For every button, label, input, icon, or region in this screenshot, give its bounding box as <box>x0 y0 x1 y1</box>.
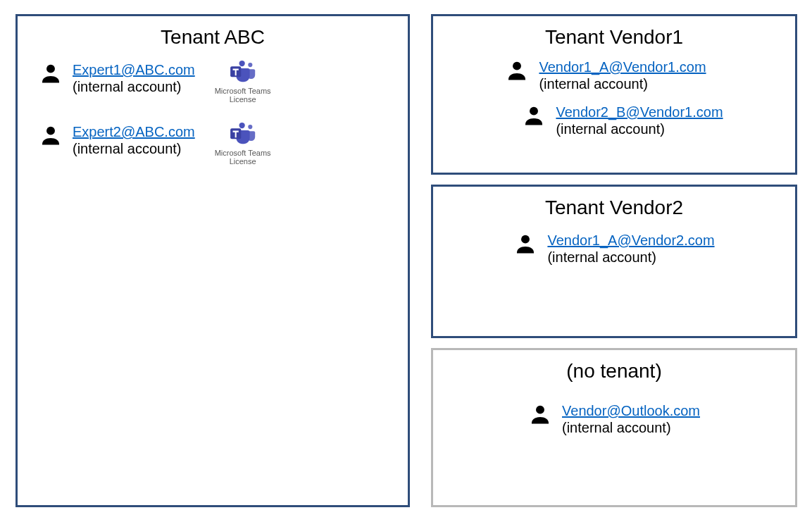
teams-icon <box>227 120 258 146</box>
account-type-label: (internal account) <box>562 419 700 436</box>
teams-license-badge: Microsoft Teams License <box>215 120 271 166</box>
no-tenant-title: (no tenant) <box>433 360 795 383</box>
svg-point-4 <box>46 127 55 135</box>
svg-point-6 <box>248 125 252 129</box>
user-email-link[interactable]: Vendor@Outlook.com <box>562 402 700 419</box>
teams-license-badge: Microsoft Teams License <box>215 58 271 104</box>
user-email-link[interactable]: Vendor1_A@Vendor2.com <box>547 232 714 249</box>
user-row: Vendor1_A@Vendor1.com (internal account) <box>505 58 706 92</box>
person-icon <box>505 58 529 82</box>
svg-point-0 <box>46 65 55 73</box>
person-icon <box>513 232 537 256</box>
tenant-abc-users: Expert1@ABC.com (internal account) Micro… <box>18 61 408 166</box>
diagram-canvas: Tenant ABC Expert1@ABC.com (internal acc… <box>0 0 812 522</box>
tenant-vendor2-title: Tenant Vendor2 <box>433 197 795 219</box>
account-type-label: (internal account) <box>73 140 195 157</box>
svg-point-2 <box>248 63 252 67</box>
account-type-label: (internal account) <box>73 78 195 95</box>
user-email-link[interactable]: Expert2@ABC.com <box>73 123 195 140</box>
user-row: Vendor2_B@Vendor1.com (internal account) <box>522 104 723 137</box>
account-type-label: (internal account) <box>547 249 714 266</box>
svg-point-8 <box>513 62 521 70</box>
person-icon <box>39 123 63 147</box>
svg-point-10 <box>521 235 530 244</box>
tenant-vendor1-box: Tenant Vendor1 Vendor1_A@Vendor1.com (in… <box>431 14 797 175</box>
user-email-link[interactable]: Expert1@ABC.com <box>73 61 195 78</box>
person-icon <box>39 61 63 85</box>
tenant-abc-box: Tenant ABC Expert1@ABC.com (internal acc… <box>15 14 410 507</box>
user-row: Expert2@ABC.com (internal account) Micro… <box>18 123 408 166</box>
svg-point-5 <box>239 123 244 128</box>
teams-license-label-2: License <box>230 157 256 166</box>
teams-license-label-1: Microsoft Teams <box>215 149 271 157</box>
user-row: Expert1@ABC.com (internal account) Micro… <box>18 61 408 104</box>
svg-point-9 <box>530 107 538 116</box>
svg-point-11 <box>536 406 544 414</box>
tenant-vendor2-users: Vendor1_A@Vendor2.com (internal account) <box>513 225 714 266</box>
user-email-link[interactable]: Vendor2_B@Vendor1.com <box>556 104 723 120</box>
no-tenant-users: Vendor@Outlook.com (internal account) <box>528 388 700 436</box>
person-icon <box>528 402 552 426</box>
account-type-label: (internal account) <box>556 120 723 137</box>
tenant-vendor1-users: Vendor1_A@Vendor1.com (internal account)… <box>505 54 723 137</box>
user-email-link[interactable]: Vendor1_A@Vendor1.com <box>539 58 706 75</box>
svg-point-1 <box>239 61 244 66</box>
no-tenant-box: (no tenant) Vendor@Outlook.com (internal… <box>431 348 797 507</box>
tenant-vendor1-title: Tenant Vendor1 <box>433 26 795 49</box>
tenant-abc-title: Tenant ABC <box>18 26 408 49</box>
tenant-vendor2-box: Tenant Vendor2 Vendor1_A@Vendor2.com (in… <box>431 185 797 338</box>
person-icon <box>522 104 546 128</box>
user-row: Vendor@Outlook.com (internal account) <box>528 402 700 436</box>
teams-license-label-1: Microsoft Teams <box>215 87 271 95</box>
user-row: Vendor1_A@Vendor2.com (internal account) <box>513 232 714 266</box>
teams-license-label-2: License <box>230 95 256 104</box>
teams-icon <box>227 58 258 84</box>
account-type-label: (internal account) <box>539 75 706 92</box>
